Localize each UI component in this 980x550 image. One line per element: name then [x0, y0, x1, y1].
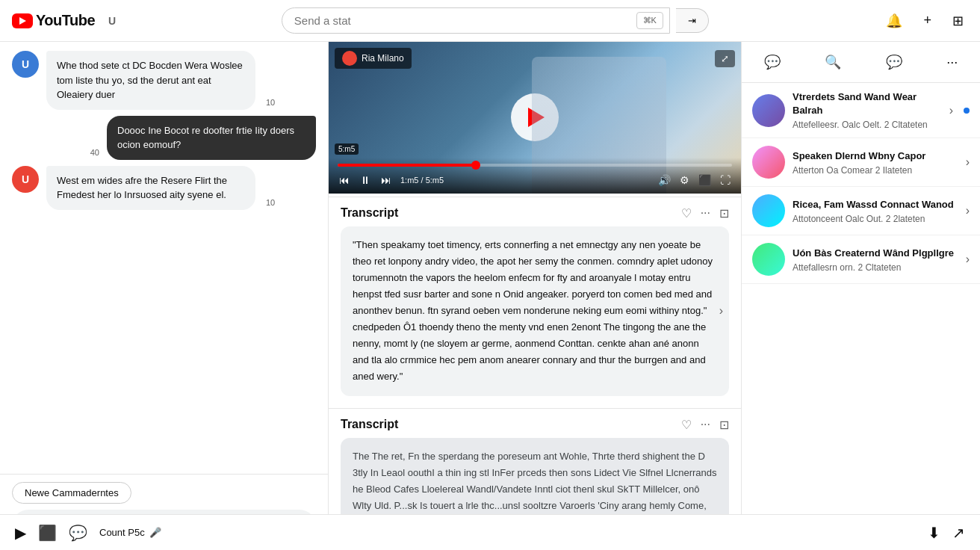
rec-meta: Attefelleesr. Oalc Oelt. 2 Cltateten: [793, 120, 942, 130]
rec-item[interactable]: Vtrerdets Sand Wand Wear Balrah Attefell…: [742, 83, 980, 138]
rec-item[interactable]: Speaken Dlernd Wbny Capor Atterton Oa Co…: [742, 138, 980, 187]
channel-avatar: [342, 51, 357, 66]
transcript-like-button[interactable]: ♡: [681, 206, 692, 220]
youtube-logo[interactable]: YouTube: [12, 12, 95, 29]
bottom-count-button[interactable]: Count P5c 🎤: [99, 527, 161, 538]
fullscreen-button[interactable]: ⤢: [715, 50, 735, 67]
search-kbd: ⌘K: [636, 12, 663, 29]
progress-bar[interactable]: [338, 164, 732, 167]
save-icon: ⬇: [928, 524, 940, 542]
time-display: 1:m5 / 5:m5: [400, 176, 444, 185]
new-comments-button[interactable]: Newe Cammaderntes: [12, 482, 131, 504]
rp-search-button[interactable]: 🔍: [820, 49, 846, 75]
rec-info: Vtrerdets Sand Wand Wear Balrah Attefell…: [793, 90, 942, 130]
share-icon: ↗: [952, 524, 965, 542]
header: YouTube U ⌘K ⇥ 🔔 + ⊞: [0, 0, 980, 42]
maximize-button[interactable]: ⛶: [719, 173, 732, 188]
avatar: U: [12, 166, 39, 193]
transcript-actions-2: ♡ ··· ⊡: [681, 418, 729, 432]
rec-avatar: [752, 194, 785, 227]
rec-item[interactable]: Uón Bàs Creaternd Wând Plgpllgre Attefal…: [742, 235, 980, 284]
bottom-play-button[interactable]: ▶: [15, 524, 26, 542]
rp-like-button[interactable]: 💬: [760, 49, 785, 75]
rec-arrow-icon: ›: [966, 204, 970, 217]
rec-avatar: [752, 243, 785, 276]
prev-button[interactable]: ⏮: [338, 173, 351, 188]
rp-more-button[interactable]: ···: [942, 50, 962, 75]
rec-meta: Attefallesrn orn. 2 Cltateten: [793, 262, 958, 273]
apps-button[interactable]: ⊞: [948, 8, 968, 34]
mic-icon: 🎤: [149, 527, 161, 538]
video-player: Ria Milano ⤢ 5:m5 ⏮ ⏸ ⏭ 1:m5 / 5:m5: [329, 42, 741, 194]
rec-avatar: [752, 146, 785, 179]
video-overlay-top: Ria Milano ⤢: [335, 48, 735, 69]
create-icon: +: [923, 13, 931, 28]
youtube-icon: [12, 13, 33, 28]
chat-message-row: Doooc Ine Bocot re doofter frtie Iity do…: [12, 116, 316, 160]
transcript-expand-button[interactable]: ›: [719, 304, 723, 318]
header-left: YouTube U: [12, 10, 120, 31]
volume-button[interactable]: 🔊: [657, 173, 672, 188]
transcript-dots-button-2[interactable]: ···: [701, 418, 710, 431]
avatar: U: [12, 51, 39, 78]
rec-item[interactable]: Ricea, Fam Wassd Connact Wanod Attotonce…: [742, 187, 980, 235]
transcript-text: "Then speakamy toet timency, erts conner…: [353, 239, 713, 383]
bottom-chat-button[interactable]: 💬: [69, 524, 87, 542]
search-button[interactable]: ⇥: [676, 8, 709, 33]
video-controls: ⏮ ⏸ ⏭ 1:m5 / 5:m5 🔊 ⚙ ⬛ ⛶: [329, 158, 741, 194]
rec-info: Ricea, Fam Wassd Connact Wanod Attotonce…: [793, 198, 958, 224]
header-center: ⌘K ⇥: [120, 7, 869, 34]
rec-arrow-icon: ›: [966, 253, 970, 266]
chat-messages: U Whe thod sete ct DC Bocden Wera Woslee…: [0, 42, 328, 474]
screen-icon: ⬛: [38, 524, 57, 542]
transcript-copy-button-2[interactable]: ⊡: [719, 418, 729, 432]
channel-name: Ria Milano: [362, 53, 404, 64]
header-right: 🔔 + ⊞: [881, 8, 968, 34]
transcript-copy-button[interactable]: ⊡: [719, 206, 729, 220]
search-input[interactable]: [282, 8, 636, 33]
chat-message-row: U Whe thod sete ct DC Bocden Wera Woslee…: [12, 51, 316, 110]
create-button[interactable]: +: [919, 8, 936, 33]
menu-icon[interactable]: U: [104, 10, 120, 31]
rec-arrow-icon: ›: [966, 155, 970, 169]
count-label: Count P5c: [99, 527, 145, 538]
next-button[interactable]: ⏭: [379, 173, 393, 188]
controls-row: ⏮ ⏸ ⏭ 1:m5 / 5:m5 🔊 ⚙ ⬛ ⛶: [338, 173, 732, 188]
middle-panel: Ria Milano ⤢ 5:m5 ⏮ ⏸ ⏭ 1:m5 / 5:m5: [329, 42, 741, 550]
settings-button[interactable]: ⚙: [678, 173, 691, 188]
chat-bubble: Doooc Ine Bocot re doofter frtie Iity do…: [107, 116, 316, 160]
bottom-screen-button[interactable]: ⬛: [38, 524, 57, 542]
rec-info: Uón Bàs Creaternd Wând Plgpllgre Attefal…: [793, 247, 958, 273]
message-badge: 40: [90, 148, 99, 157]
transcript-dots-button[interactable]: ···: [701, 206, 710, 220]
pip-button[interactable]: ⬛: [697, 173, 713, 188]
progress-fill: [338, 164, 476, 167]
rec-title: Vtrerdets Sand Wand Wear Balrah: [793, 90, 942, 117]
transcript-like-button-2[interactable]: ♡: [681, 418, 692, 432]
play-pause-button[interactable]: ⏸: [359, 173, 372, 188]
message-badge: 10: [266, 198, 275, 207]
chat-icon: 💬: [69, 524, 87, 542]
youtube-wordmark: YouTube: [36, 12, 95, 29]
transcript-actions: ♡ ··· ⊡: [681, 206, 729, 220]
chat-bubble: West em wides afre the Resere Flirt the …: [46, 166, 255, 210]
rec-title: Speaken Dlernd Wbny Capor: [793, 149, 958, 163]
rec-title: Uón Bàs Creaternd Wând Plgpllgre: [793, 247, 958, 260]
recommendations-list: Vtrerdets Sand Wand Wear Balrah Attefell…: [742, 83, 980, 284]
bottom-save-button[interactable]: ⬇: [928, 524, 940, 542]
notification-button[interactable]: 🔔: [881, 8, 907, 34]
bottom-left: ▶ ⬛ 💬 Count P5c 🎤: [15, 524, 161, 542]
chat-message-row: U West em wides afre the Resere Flirt th…: [12, 166, 316, 210]
rec-arrow-icon: ›: [949, 104, 953, 117]
rec-meta: Atterton Oa Comear 2 Ilateten: [793, 165, 958, 176]
rec-title: Ricea, Fam Wassd Connact Wanod: [793, 198, 958, 211]
right-panel-icons: 💬 🔍 💬 ···: [742, 42, 980, 83]
bottom-bar: ▶ ⬛ 💬 Count P5c 🎤 ⬇ ↗: [0, 514, 980, 550]
transcript-header: Transcript ♡ ··· ⊡: [329, 197, 741, 226]
bottom-share-button[interactable]: ↗: [952, 524, 965, 542]
channel-badge: Ria Milano: [335, 48, 412, 69]
transcript-text-box: "Then speakamy toet timency, erts conner…: [341, 226, 729, 396]
duration-badge: 5:m5: [335, 143, 359, 155]
rp-share-button[interactable]: 💬: [881, 49, 907, 75]
rec-info: Speaken Dlernd Wbny Capor Atterton Oa Co…: [793, 149, 958, 176]
